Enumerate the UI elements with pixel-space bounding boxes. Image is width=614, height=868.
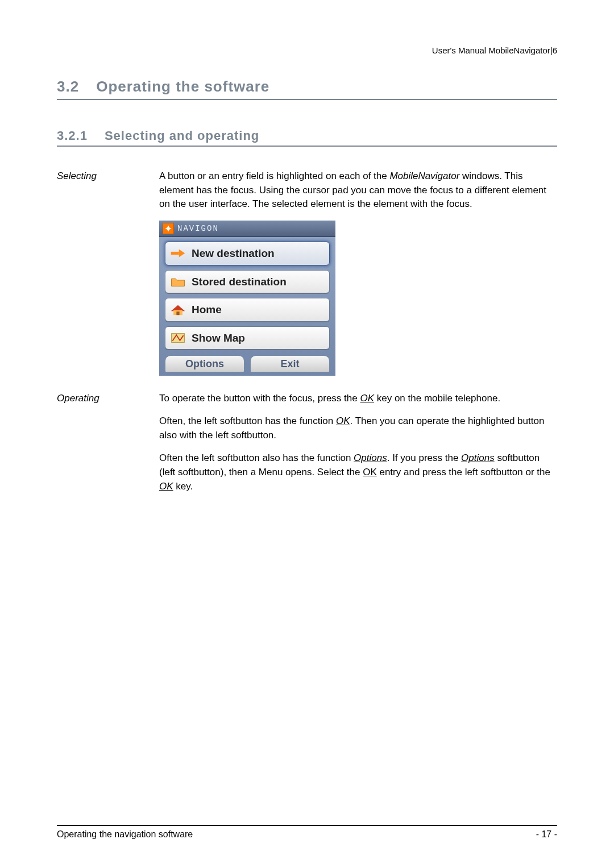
menu-item-show-map[interactable]: Show Map [165, 326, 330, 350]
house-orange-icon [170, 304, 186, 316]
header-top-right: User's Manual MobileNavigator|6 [57, 45, 557, 55]
svg-marker-1 [165, 227, 171, 230]
text: Often, the left softbutton has the funct… [159, 416, 336, 426]
menu-item-new-destination[interactable]: New destination [165, 242, 330, 265]
key-ok-ref: OK [159, 481, 173, 492]
arrow-right-orange-icon [170, 247, 186, 260]
key-ok-ref: OK [363, 467, 377, 477]
menu-item-home[interactable]: Home [165, 298, 330, 322]
menu-item-label: Home [192, 302, 222, 318]
app-title-bar: NAVIGON [159, 221, 335, 237]
menu-item-label: Show Map [192, 330, 245, 346]
section-heading-3-2: 3.2Operating the software [57, 78, 557, 100]
softkey-exit-button[interactable]: Exit [250, 355, 330, 372]
folder-orange-icon [170, 276, 186, 288]
svg-rect-6 [176, 312, 179, 315]
paragraph-operating-1: To operate the button with the focus, pr… [159, 392, 557, 406]
text: A button or an entry field is highlighte… [159, 171, 389, 181]
text: Often the left softbutton also has the f… [159, 452, 354, 463]
subsection-heading-3-2-1: 3.2.1Selecting and operating [57, 128, 557, 147]
text: key. [173, 481, 193, 492]
text: entry and press the left softbutton or t… [377, 467, 550, 477]
footer-section-title: Operating the navigation software [57, 829, 193, 840]
menu-item-stored-destination[interactable]: Stored destination [165, 270, 330, 294]
paragraph-operating-2: Often, the left softbutton has the funct… [159, 414, 557, 442]
footer-page-number: - 17 - [536, 829, 557, 840]
text: . If you press the [387, 452, 461, 463]
app-menu: New destination Stored destination Home [159, 237, 335, 375]
svg-rect-2 [171, 252, 179, 255]
emphasis-mobilenavigator: MobileNavigator [389, 171, 459, 181]
key-options-ref: Options [461, 452, 495, 463]
menu-item-label: New destination [192, 246, 275, 261]
text: To operate the button with the focus, pr… [159, 393, 360, 404]
softkey-options-button[interactable]: Options [165, 355, 244, 372]
paragraph-selecting: A button or an entry field is highlighte… [159, 169, 557, 211]
menu-item-label: Stored destination [192, 274, 287, 290]
margin-label-selecting: Selecting [57, 169, 159, 386]
subsection-title: Selecting and operating [105, 128, 259, 143]
key-options-ref: Options [354, 452, 387, 463]
paragraph-operating-3: Often the left softbutton also has the f… [159, 451, 557, 493]
section-number: 3.2 [57, 78, 79, 95]
app-brand-label: NAVIGON [177, 223, 219, 234]
text: key on the mobile telephone. [374, 393, 500, 404]
section-title: Operating the software [96, 78, 269, 95]
key-ok-ref: OK [336, 416, 350, 426]
page-footer: Operating the navigation software - 17 - [57, 825, 557, 840]
margin-label-operating: Operating [57, 392, 159, 503]
key-ok-ref: OK [360, 393, 374, 404]
app-screenshot: NAVIGON New destination Stored destinati… [159, 221, 335, 376]
subsection-number: 3.2.1 [57, 128, 88, 143]
navigon-logo-icon [163, 223, 174, 234]
svg-marker-3 [179, 250, 185, 258]
map-icon [170, 332, 186, 344]
